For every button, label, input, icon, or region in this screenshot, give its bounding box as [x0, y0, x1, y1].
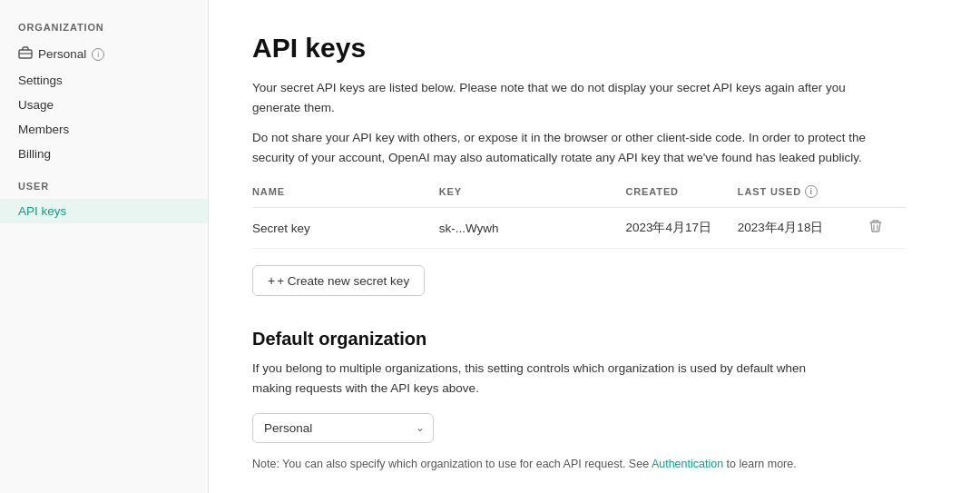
- key-last-used: 2023年4月18日: [738, 208, 868, 249]
- key-created: 2023年4月17日: [625, 208, 737, 249]
- org-select[interactable]: Personal: [252, 413, 434, 443]
- key-name: Secret key: [252, 208, 439, 249]
- create-btn-label: + Create new secret key: [277, 274, 409, 288]
- sidebar-item-billing[interactable]: Billing: [0, 142, 208, 166]
- sidebar-item-label: Members: [18, 123, 69, 136]
- note-text: Note: You can also specify which organiz…: [252, 456, 869, 473]
- sidebar-item-settings[interactable]: Settings: [0, 68, 208, 93]
- description-2: Do not share your API key with others, o…: [252, 128, 887, 167]
- plus-icon: +: [268, 273, 275, 288]
- key-value: sk-...Wywh: [439, 208, 626, 249]
- org-section-label: ORGANIZATION: [0, 22, 208, 40]
- description-1: Your secret API keys are listed below. P…: [252, 78, 869, 117]
- col-last-used: LAST USED i: [738, 185, 868, 208]
- col-actions: [868, 185, 906, 208]
- note-prefix: Note: You can also specify which organiz…: [252, 458, 652, 470]
- sidebar-item-label: Billing: [18, 147, 51, 161]
- col-key: KEY: [439, 185, 626, 208]
- sidebar-item-label: Settings: [18, 74, 63, 87]
- org-select-wrapper: Personal ⌄: [252, 413, 434, 443]
- briefcase-icon: [18, 45, 33, 63]
- personal-row: Personal i: [0, 40, 208, 68]
- default-org-title: Default organization: [252, 329, 936, 350]
- main-content: API keys Your secret API keys are listed…: [209, 0, 980, 493]
- default-org-desc: If you belong to multiple organizations,…: [252, 359, 815, 398]
- info-icon[interactable]: i: [92, 48, 104, 61]
- page-title: API keys: [252, 33, 936, 64]
- sidebar: ORGANIZATION Personal i Settings Usage M…: [0, 0, 209, 493]
- sidebar-item-usage[interactable]: Usage: [0, 93, 208, 117]
- sidebar-item-label: API keys: [18, 204, 66, 218]
- delete-key-button[interactable]: [868, 219, 883, 237]
- user-section-label: USER: [0, 181, 208, 199]
- note-suffix: to learn more.: [723, 458, 797, 470]
- table-row: Secret key sk-...Wywh 2023年4月17日 2023年4月…: [252, 208, 906, 249]
- last-used-info-icon[interactable]: i: [805, 185, 818, 198]
- sidebar-item-members[interactable]: Members: [0, 117, 208, 142]
- create-secret-key-button[interactable]: + + Create new secret key: [252, 265, 425, 296]
- authentication-link[interactable]: Authentication: [652, 458, 723, 470]
- col-name: NAME: [252, 185, 439, 208]
- sidebar-item-api-keys[interactable]: API keys: [0, 199, 208, 223]
- sidebar-item-label: Usage: [18, 98, 54, 112]
- col-created: CREATED: [625, 185, 737, 208]
- personal-label: Personal: [38, 47, 86, 61]
- api-keys-table: NAME KEY CREATED LAST USED i Secret key …: [252, 185, 906, 249]
